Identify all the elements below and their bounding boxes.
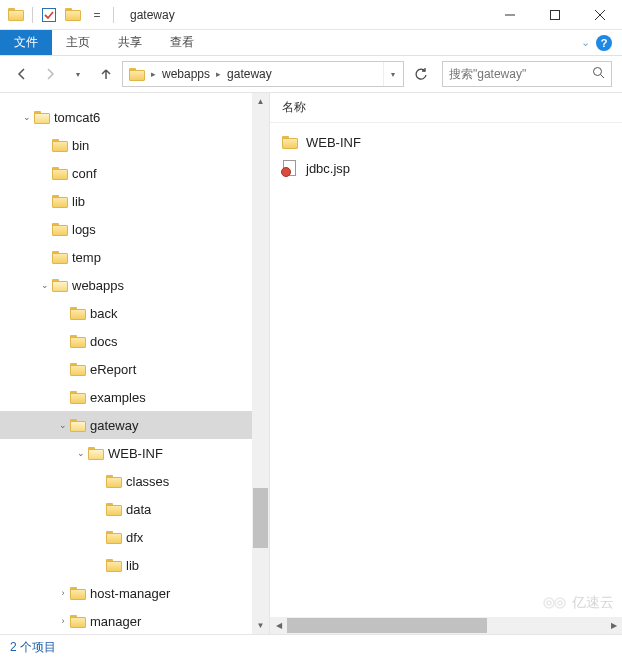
navigation-tree: ⌄tomcat6binconfliblogstemp⌄webappsbackdo… — [0, 93, 270, 634]
minimize-button[interactable] — [487, 0, 532, 30]
search-input[interactable]: 搜索"gateway" — [442, 61, 612, 87]
tree-node[interactable]: lib — [0, 187, 269, 215]
folder-icon — [52, 139, 68, 152]
svg-point-5 — [594, 68, 602, 76]
tree-node-label: docs — [86, 334, 117, 349]
tree-node[interactable]: data — [0, 495, 269, 523]
folder-icon — [88, 447, 104, 460]
help-icon[interactable]: ? — [596, 35, 612, 51]
tab-view[interactable]: 查看 — [156, 30, 208, 55]
expand-toggle-icon[interactable]: ⌄ — [56, 420, 70, 430]
scroll-thumb[interactable] — [287, 618, 487, 633]
scroll-left-icon[interactable]: ◀ — [270, 621, 287, 630]
list-item[interactable]: WEB-INF — [274, 129, 618, 155]
expand-toggle-icon[interactable]: ⌄ — [20, 112, 34, 122]
folder-icon — [70, 363, 86, 376]
breadcrumb[interactable]: webapps — [158, 62, 214, 86]
address-folder-icon — [125, 62, 149, 86]
folder-icon — [52, 279, 68, 292]
breadcrumb[interactable]: gateway — [223, 62, 276, 86]
tree-node-label: bin — [68, 138, 89, 153]
folder-icon — [70, 335, 86, 348]
vertical-scrollbar[interactable]: ▲ ▼ — [252, 93, 269, 634]
tree-node[interactable]: lib — [0, 551, 269, 579]
tree-node-label: dfx — [122, 530, 143, 545]
scroll-down-icon[interactable]: ▼ — [252, 617, 269, 634]
forward-button[interactable] — [38, 62, 62, 86]
address-bar[interactable]: ▸ webapps ▸ gateway ▾ — [122, 61, 404, 87]
tree-node-label: temp — [68, 250, 101, 265]
folder-icon — [52, 195, 68, 208]
window-controls — [487, 0, 622, 30]
tree-node-label: tomcat6 — [50, 110, 100, 125]
tree-node[interactable]: ⌄tomcat6 — [0, 103, 269, 131]
expand-toggle-icon[interactable]: › — [56, 588, 70, 598]
chevron-right-icon[interactable]: ▸ — [216, 69, 221, 79]
tree-node[interactable]: logs — [0, 215, 269, 243]
content-pane: 名称 WEB-INFjdbc.jsp ◀ ▶ 亿速云 — [270, 93, 622, 634]
qat-dropdown-icon[interactable]: = — [87, 5, 107, 25]
tree-node[interactable]: conf — [0, 159, 269, 187]
folder-icon — [63, 5, 83, 25]
scroll-thumb[interactable] — [253, 488, 268, 548]
folder-icon — [106, 559, 122, 572]
up-button[interactable] — [94, 62, 118, 86]
expand-toggle-icon[interactable]: ⌄ — [74, 448, 88, 458]
address-dropdown[interactable]: ▾ — [383, 62, 401, 86]
folder-icon — [70, 307, 86, 320]
scroll-right-icon[interactable]: ▶ — [605, 621, 622, 630]
tree-node[interactable]: ›manager — [0, 607, 269, 634]
folder-icon — [70, 587, 86, 600]
tree-node[interactable]: bin — [0, 131, 269, 159]
horizontal-scrollbar[interactable]: ◀ ▶ — [270, 617, 622, 634]
properties-checkbox-icon[interactable] — [39, 5, 59, 25]
recent-dropdown[interactable]: ▾ — [66, 62, 90, 86]
folder-icon — [106, 531, 122, 544]
back-button[interactable] — [10, 62, 34, 86]
quick-access-toolbar: = — [0, 5, 122, 25]
status-bar: 2 个项目 — [0, 634, 622, 660]
explorer-body: ⌄tomcat6binconfliblogstemp⌄webappsbackdo… — [0, 92, 622, 634]
column-header-name[interactable]: 名称 — [270, 93, 622, 123]
search-placeholder: 搜索"gateway" — [449, 66, 526, 83]
tree-node-label: back — [86, 306, 117, 321]
tab-file[interactable]: 文件 — [0, 30, 52, 55]
close-button[interactable] — [577, 0, 622, 30]
tree-node[interactable]: ›host-manager — [0, 579, 269, 607]
tab-home[interactable]: 主页 — [52, 30, 104, 55]
tree-node[interactable]: examples — [0, 383, 269, 411]
tree-node-label: conf — [68, 166, 97, 181]
tree-node-label: examples — [86, 390, 146, 405]
tree-node[interactable]: back — [0, 299, 269, 327]
navigation-bar: ▾ ▸ webapps ▸ gateway ▾ 搜索"gateway" — [0, 56, 622, 92]
tree-node[interactable]: ⌄WEB-INF — [0, 439, 269, 467]
refresh-button[interactable] — [408, 61, 434, 87]
tree-node-label: host-manager — [86, 586, 170, 601]
chevron-down-icon[interactable]: ⌄ — [581, 36, 590, 49]
list-item[interactable]: jdbc.jsp — [274, 155, 618, 181]
chevron-right-icon[interactable]: ▸ — [151, 69, 156, 79]
folder-icon — [52, 167, 68, 180]
expand-toggle-icon[interactable]: › — [56, 616, 70, 626]
tree-node[interactable]: temp — [0, 243, 269, 271]
window-title: gateway — [122, 8, 183, 22]
maximize-button[interactable] — [532, 0, 577, 30]
tree-node-label: webapps — [68, 278, 124, 293]
title-bar: = gateway — [0, 0, 622, 30]
svg-rect-2 — [550, 10, 559, 19]
tree-node[interactable]: dfx — [0, 523, 269, 551]
tree-node[interactable]: ⌄gateway — [0, 411, 269, 439]
tree-node-label: data — [122, 502, 151, 517]
tree-node-label: lib — [68, 194, 85, 209]
expand-toggle-icon[interactable]: ⌄ — [38, 280, 52, 290]
ribbon: 文件 主页 共享 查看 ⌄ ? — [0, 30, 622, 56]
tree-node[interactable]: docs — [0, 327, 269, 355]
folder-icon — [52, 251, 68, 264]
tree-node[interactable]: ⌄webapps — [0, 271, 269, 299]
tree-node[interactable]: eReport — [0, 355, 269, 383]
tree-node[interactable]: classes — [0, 467, 269, 495]
folder-icon — [52, 223, 68, 236]
tab-share[interactable]: 共享 — [104, 30, 156, 55]
folder-icon — [106, 475, 122, 488]
scroll-up-icon[interactable]: ▲ — [252, 93, 269, 110]
